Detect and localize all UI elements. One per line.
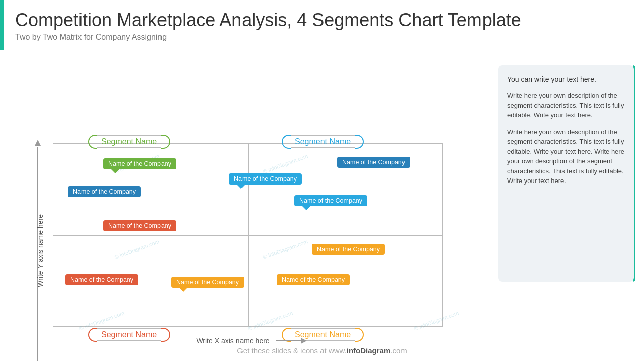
y-axis-label: Write Y axis name here (36, 214, 44, 287)
seg-bracket-left-icon (282, 135, 291, 149)
company-badge-4: Name of the Company (294, 195, 367, 206)
panel-text-block-2[interactable]: Write here your own description of the s… (507, 127, 625, 186)
chart-area: Write Y axis name here © infoDiagram.com… (15, 65, 453, 307)
company-badge-3: Name of the Company (229, 173, 302, 185)
seg-bracket-right-icon (355, 135, 364, 149)
footer-suffix: .com (390, 346, 407, 355)
page-subtitle: Two by Two Matrix for Company Assigning (15, 33, 634, 42)
company-badge-2: Name of the Company (337, 157, 410, 168)
page-title: Competition Marketplace Analysis, 4 Segm… (15, 9, 634, 31)
center-vertical-line (248, 144, 249, 326)
right-panel: You can write your text here. Write here… (498, 65, 634, 282)
x-axis: Write X axis name here (53, 337, 450, 345)
footer-brand: infoDiagram (347, 346, 391, 355)
company-badge-6: Name of the Company (103, 220, 176, 231)
segment-top-left: Segment Name (88, 135, 170, 149)
footer: Get these slides & icons at www.infoDiag… (0, 346, 644, 355)
segment-top-left-label: Segment Name (97, 135, 161, 148)
panel-main-text: You can write your text here. (507, 75, 625, 83)
panel-text-block-1[interactable]: Write here your own description of the s… (507, 90, 625, 120)
x-axis-arrow (276, 338, 307, 344)
company-badge-5: Name of the Company (68, 186, 141, 197)
header: Competition Marketplace Analysis, 4 Segm… (15, 9, 634, 42)
footer-prefix: Get these slides & icons at www. (237, 346, 347, 355)
accent-bar (0, 0, 4, 50)
x-arrow-line (276, 340, 301, 341)
segment-top-right-label: Segment Name (291, 135, 355, 148)
x-arrow-head-icon (301, 338, 307, 344)
seg-bracket-left-icon (88, 135, 97, 149)
seg-bracket-right-icon (161, 135, 170, 149)
segment-top-right: Segment Name (282, 135, 364, 149)
company-badge-9: Name of the Company (171, 277, 244, 288)
company-badge-1: Name of the Company (103, 158, 176, 169)
company-badge-10: Name of the Company (277, 274, 350, 285)
x-axis-label: Write X axis name here (196, 337, 269, 345)
company-badge-8: Name of the Company (65, 274, 138, 285)
company-badge-7: Name of the Company (312, 244, 385, 255)
y-axis-label-container: Write Y axis name here (33, 140, 48, 361)
